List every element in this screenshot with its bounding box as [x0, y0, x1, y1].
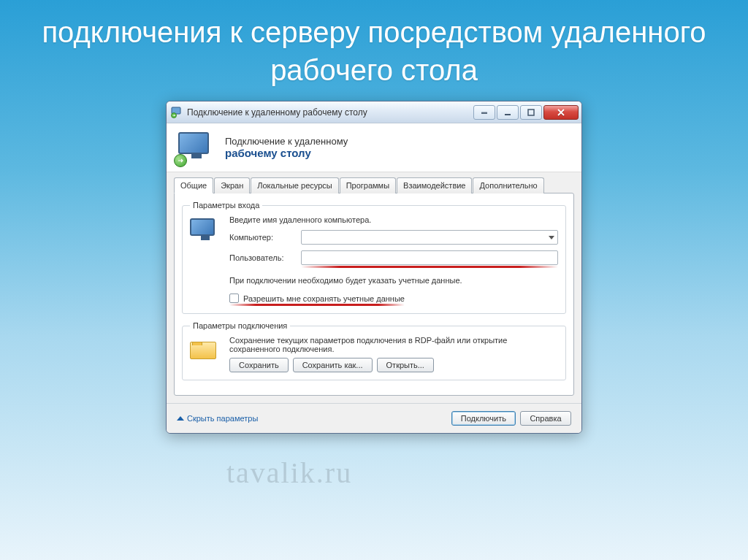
user-field[interactable]: [301, 250, 558, 265]
save-button[interactable]: Сохранить: [229, 358, 289, 372]
annotation-underline: [301, 266, 558, 268]
tab-advanced[interactable]: Дополнительно: [473, 177, 543, 193]
save-credentials-label: Разрешить мне сохранять учетные данные: [243, 294, 405, 303]
chevron-up-icon: [177, 416, 184, 421]
login-legend: Параметры входа: [190, 201, 262, 210]
chevron-down-icon: [549, 236, 554, 239]
save-as-button[interactable]: Сохранить как...: [293, 358, 373, 372]
rdp-window: Подключение к удаленному рабочему столу …: [166, 101, 582, 434]
footer-bar: Скрыть параметры Подключить Справка: [167, 403, 581, 433]
tab-experience[interactable]: Взаимодействие: [397, 177, 472, 193]
maximize-button[interactable]: [520, 105, 542, 120]
connection-legend: Параметры подключения: [190, 321, 290, 330]
save-credentials-checkbox[interactable]: [229, 294, 239, 303]
connection-desc: Сохранение текущих параметров подключени…: [229, 336, 558, 353]
help-button[interactable]: Справка: [520, 411, 571, 426]
connect-button[interactable]: Подключить: [451, 411, 516, 426]
svg-rect-3: [528, 110, 534, 115]
computer-icon: [190, 215, 221, 306]
tab-local-resources[interactable]: Локальные ресурсы: [251, 177, 338, 193]
watermark: tavalik.ru: [226, 456, 352, 490]
tab-general[interactable]: Общие: [174, 177, 213, 193]
tab-programs[interactable]: Программы: [340, 177, 396, 193]
tab-panel-general: Параметры входа Введите имя удаленного к…: [174, 193, 574, 396]
credentials-hint: При подключении необходимо будет указать…: [229, 275, 558, 286]
annotation-underline-2: [229, 304, 405, 306]
titlebar[interactable]: Подключение к удаленному рабочему столу …: [167, 101, 581, 123]
hide-options-link[interactable]: Скрыть параметры: [177, 414, 258, 423]
connection-group: Параметры подключения Сохранение текущих…: [182, 321, 566, 380]
computer-label: Компьютер:: [229, 233, 295, 242]
open-button[interactable]: Открыть...: [377, 358, 434, 372]
computer-combo[interactable]: [301, 230, 558, 245]
close-button[interactable]: [543, 105, 579, 120]
login-intro: Введите имя удаленного компьютера.: [229, 215, 558, 224]
slide-title: подключения к серверу посредством удален…: [0, 0, 748, 95]
rdp-icon: [178, 132, 215, 163]
minimize-button[interactable]: [497, 105, 519, 120]
svg-rect-2: [505, 114, 511, 115]
banner-line1: Подключение к удаленному: [225, 136, 348, 147]
window-title: Подключение к удаленному рабочему столу: [187, 107, 473, 118]
app-icon: [171, 107, 183, 118]
hide-options-label: Скрыть параметры: [187, 414, 258, 423]
tab-display[interactable]: Экран: [214, 177, 250, 193]
banner: Подключение к удаленному рабочему столу: [167, 123, 581, 172]
help-titlebar-button[interactable]: ▬: [473, 105, 495, 120]
user-label: Пользователь:: [229, 253, 295, 262]
banner-line2: рабочему столу: [225, 147, 348, 159]
login-group: Параметры входа Введите имя удаленного к…: [182, 201, 566, 314]
folder-icon: [190, 336, 221, 372]
tab-strip: Общие Экран Локальные ресурсы Программы …: [174, 177, 574, 193]
